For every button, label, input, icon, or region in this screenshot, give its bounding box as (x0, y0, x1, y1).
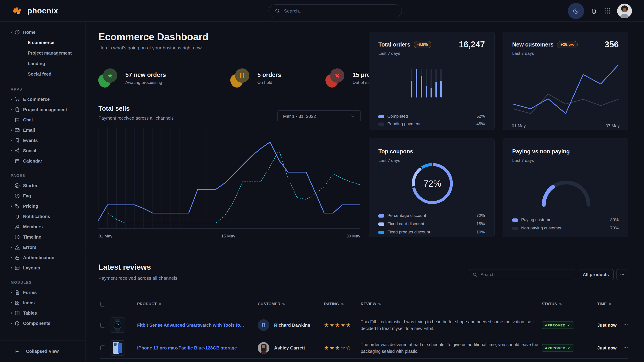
sidebar-item-authentication[interactable]: Authentication (0, 252, 85, 263)
chevron-right-icon (10, 98, 13, 101)
compass-icon (14, 183, 20, 188)
legend-percentage-discount: Percentage discount 72% (378, 213, 485, 220)
column-header-rating[interactable]: RATING⇅ (324, 295, 344, 313)
new-orders-star-icon: ★ (98, 68, 118, 88)
sidebar-item-components[interactable]: Components (0, 318, 85, 329)
sidebar: Home E commerce Project management Landi… (0, 22, 86, 362)
global-search-input[interactable]: Search... (268, 4, 402, 17)
total-sells-subtitle: Payment received across all channels (98, 116, 174, 121)
profile-avatar[interactable] (617, 3, 632, 18)
card-title: Paying vs non paying (512, 148, 570, 155)
select-all-checkbox[interactable] (100, 302, 105, 307)
sidebar-item-e-commerce-dashboard[interactable]: E commerce (0, 37, 85, 48)
review-text: The order was delivered ahead of schedul… (361, 341, 542, 355)
reviews-more-button[interactable] (616, 269, 628, 280)
sidebar-section-modules: MODULES (0, 281, 85, 285)
sidebar-item-forms[interactable]: Forms (0, 287, 85, 298)
top-coupons-card: Top coupons Last 7 days 72% Percentage d… (369, 138, 494, 237)
sidebar-item-notifications[interactable]: Notifications (0, 211, 85, 222)
apps-grid-button[interactable] (604, 7, 611, 14)
sidebar-item-faq[interactable]: Faq (0, 191, 85, 201)
row-checkbox[interactable] (100, 323, 105, 328)
date-range-select[interactable]: Mar 1 - 31, 2022 (278, 110, 361, 122)
users-icon (14, 224, 20, 230)
profile-avatar-image (617, 3, 632, 18)
column-header-time[interactable]: TIME⇅ (597, 295, 612, 313)
page-subtitle: Here's what's going on at your business … (98, 45, 202, 50)
chevron-right-icon (10, 322, 13, 325)
sidebar-item-starter[interactable]: Starter (0, 180, 85, 191)
lock-icon (14, 255, 20, 261)
table-row: Fitbit Sense Advanced Smartwatch with To… (100, 313, 628, 337)
sidebar-item-timeline[interactable]: Timeline (0, 232, 85, 242)
row-menu-button[interactable] (623, 345, 628, 351)
collapse-sidebar-button[interactable]: Collapsed View (0, 341, 85, 362)
new-customers-line-chart (512, 63, 620, 118)
all-products-button[interactable]: All products (578, 269, 614, 280)
sidebar-item-layouts[interactable]: Layouts (0, 263, 85, 273)
chevron-right-icon (10, 129, 13, 132)
pie-chart-icon (14, 29, 20, 35)
sidebar-item-icons[interactable]: Icons (0, 298, 85, 308)
brand-logo[interactable]: phoenix (12, 5, 58, 16)
reviews-search-input[interactable]: Search (468, 269, 575, 280)
sidebar-item-events[interactable]: Events (0, 135, 85, 146)
total-sells-title: Total sells (98, 105, 130, 112)
package-icon (14, 321, 20, 326)
total-sells-line-chart (98, 127, 360, 231)
legend-fixed-card-discount: Fixed card discount 18% (378, 221, 485, 228)
chevron-right-icon (10, 312, 13, 315)
review-time: Just now (597, 323, 617, 328)
chevron-right-icon (10, 149, 13, 152)
sidebar-item-errors[interactable]: Errors (0, 242, 85, 252)
sidebar-item-pricing[interactable]: Pricing (0, 201, 85, 211)
row-menu-button[interactable] (623, 322, 628, 328)
column-header-review[interactable]: REVIEW⇅ (361, 295, 381, 313)
sidebar-item-home[interactable]: Home (0, 27, 85, 37)
search-icon (274, 8, 280, 14)
page-title: Ecommerce Dashboard (98, 31, 208, 42)
file-text-icon (14, 290, 20, 295)
notifications-button[interactable] (590, 7, 598, 14)
customer-name[interactable]: Richard Dawkins (274, 323, 310, 328)
customer-avatar[interactable]: R (258, 319, 270, 331)
sidebar-item-project-management-app[interactable]: Project management (0, 104, 85, 115)
customer-name[interactable]: Ashley Garrett (274, 345, 305, 350)
sidebar-item-social-feed[interactable]: Social feed (0, 69, 85, 79)
stat-value: 57 new orders (125, 71, 166, 78)
rating-stars: ★★★★★ (324, 322, 352, 328)
status-badge: APPROVED (542, 344, 574, 352)
main-content: Ecommerce Dashboard Here's what's going … (86, 22, 644, 362)
table-row: iPhone 13 pro max-Pacific Blue-128GB sto… (100, 337, 628, 359)
sidebar-item-members[interactable]: Members (0, 222, 85, 232)
sidebar-item-tables[interactable]: Tables (0, 308, 85, 318)
product-thumbnail[interactable] (110, 318, 125, 333)
sidebar-item-calendar[interactable]: Calendar (0, 156, 85, 166)
trend-badge: +26.5% (557, 41, 578, 48)
column-header-customer[interactable]: CUSTOMER⇅ (258, 295, 285, 313)
product-link[interactable]: iPhone 13 pro max-Pacific Blue-128GB sto… (137, 345, 237, 350)
sidebar-item-landing[interactable]: Landing (0, 58, 85, 69)
reviews-search-placeholder: Search (480, 272, 494, 277)
review-time: Just now (597, 345, 617, 350)
rating-stars: ★★★☆☆ (324, 345, 352, 351)
column-header-product[interactable]: PRODUCT⇅ (137, 295, 162, 313)
new-customers-value: 356 (604, 40, 619, 49)
sidebar-item-project-management-dashboard[interactable]: Project management (0, 48, 85, 58)
envelope-icon (14, 127, 20, 133)
section-divider (86, 249, 644, 249)
column-header-status[interactable]: STATUS⇅ (542, 295, 562, 313)
customer-avatar[interactable] (258, 342, 270, 354)
product-link[interactable]: Fitbit Sense Advanced Smartwatch with To… (137, 323, 244, 328)
chevron-right-icon (10, 291, 13, 294)
total-orders-card: Total orders -6.8% Last 7 days 16,247 Co… (369, 32, 494, 130)
row-checkbox[interactable] (100, 346, 105, 350)
product-thumbnail[interactable] (110, 340, 125, 356)
nine-dots-grid-icon (604, 7, 611, 14)
sidebar-item-chat[interactable]: Chat (0, 115, 85, 125)
sidebar-item-social[interactable]: Social (0, 146, 85, 156)
sidebar-item-email[interactable]: Email (0, 125, 85, 135)
sidebar-item-ecommerce-app[interactable]: E commerce (0, 94, 85, 104)
bell-icon (14, 214, 20, 219)
theme-toggle-button[interactable] (568, 3, 584, 19)
